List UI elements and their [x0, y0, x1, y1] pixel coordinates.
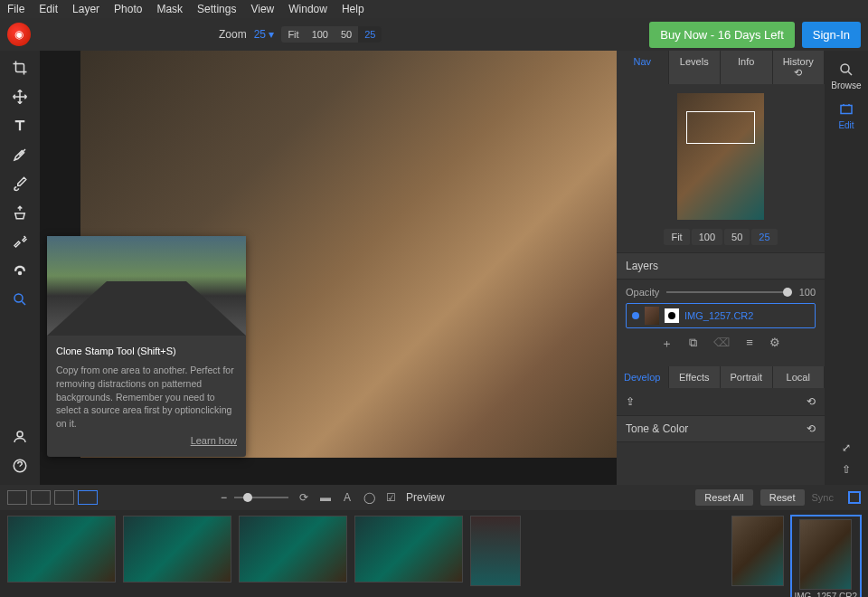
reset-all-button[interactable]: Reset All — [695, 489, 752, 506]
main-area: Clone Stamp Tool (Shift+S) Copy from one… — [0, 51, 868, 485]
sign-in-button[interactable]: Sign-In — [802, 22, 861, 48]
text-tool[interactable] — [7, 114, 33, 137]
zoom-25[interactable]: 25 — [358, 26, 382, 43]
tone-reset-icon[interactable]: ⟲ — [807, 422, 816, 435]
menu-help[interactable]: Help — [342, 3, 364, 15]
duplicate-layer-icon[interactable]: ⧉ — [689, 336, 697, 352]
tab-nav[interactable]: Nav — [617, 51, 669, 84]
rating-icon[interactable]: ▬ — [317, 490, 334, 505]
menu-settings[interactable]: Settings — [197, 3, 236, 15]
nav-zoom-25[interactable]: 25 — [751, 229, 777, 245]
view-grid-icon[interactable] — [54, 490, 74, 505]
right-panel-tabs: Nav Levels Info History ⟲ — [617, 51, 825, 84]
canvas[interactable]: Clone Stamp Tool (Shift+S) Copy from one… — [40, 51, 617, 485]
rotate-icon[interactable]: ⟳ — [296, 490, 312, 505]
layer-row[interactable]: IMG_1257.CR2 — [626, 303, 816, 328]
edit-mode[interactable]: Edit — [835, 98, 858, 134]
left-toolbar — [0, 51, 40, 485]
tab-develop[interactable]: Develop — [617, 366, 669, 388]
sync-indicator-icon[interactable] — [848, 491, 861, 504]
reset-button[interactable]: Reset — [760, 489, 805, 506]
label-a-icon[interactable]: A — [339, 490, 355, 505]
sync-button[interactable]: Sync — [812, 492, 834, 503]
tab-info[interactable]: Info — [721, 51, 773, 84]
tab-effects[interactable]: Effects — [669, 366, 722, 388]
tab-levels[interactable]: Levels — [669, 51, 722, 84]
move-tool[interactable] — [7, 85, 33, 109]
thumb-size-minus-icon[interactable]: − — [221, 491, 227, 504]
thumbnail-label: IMG_1257.CR2 — [795, 592, 857, 597]
view-compare-icon[interactable] — [31, 490, 51, 505]
svg-point-1 — [17, 431, 23, 437]
check-icon[interactable]: ☑ — [382, 490, 399, 505]
nav-zoom-100[interactable]: 100 — [692, 229, 722, 245]
menu-layer[interactable]: Layer — [72, 3, 99, 15]
zoom-value[interactable]: 25 ▾ — [254, 28, 275, 41]
thumbnail-4[interactable] — [354, 516, 463, 583]
tooltip-learn-link[interactable]: Learn how — [56, 434, 237, 448]
navigator-preview[interactable] — [617, 84, 825, 229]
tooltip-description: Copy from one area to another. Perfect f… — [56, 364, 237, 430]
zoom-50[interactable]: 50 — [335, 26, 358, 43]
circle-icon[interactable]: ◯ — [361, 490, 377, 505]
thumbnail-5[interactable] — [470, 516, 521, 586]
opacity-slider[interactable] — [666, 291, 791, 293]
merge-layers-icon[interactable]: ≡ — [746, 336, 753, 352]
layer-thumbnail — [645, 307, 659, 325]
zoom-100[interactable]: 100 — [306, 26, 335, 43]
tab-history[interactable]: History ⟲ — [773, 51, 826, 84]
preset-reset-icon[interactable]: ⟲ — [807, 395, 816, 408]
share-icon[interactable]: ⇧ — [842, 463, 851, 476]
menu-view[interactable]: View — [250, 3, 274, 15]
nav-zoom-fit[interactable]: Fit — [664, 229, 689, 245]
layer-mask-icon[interactable] — [665, 308, 679, 323]
preset-row: ⇪ ⟲ — [617, 388, 825, 415]
zoom-tool[interactable] — [7, 288, 33, 311]
menu-file[interactable]: File — [7, 3, 24, 15]
navigator-viewport-rect[interactable] — [686, 111, 755, 144]
thumbnail-7 — [799, 519, 852, 590]
crop-tool[interactable] — [7, 56, 33, 80]
user-icon[interactable] — [7, 425, 33, 449]
layer-visibility-dot[interactable] — [632, 312, 639, 319]
thumbnail-7-selected[interactable]: IMG_1257.CR2 — [791, 516, 861, 597]
buy-now-button[interactable]: Buy Now - 16 Days Left — [649, 22, 795, 48]
help-icon[interactable] — [7, 454, 33, 478]
menu-window[interactable]: Window — [288, 3, 327, 15]
zoom-fit[interactable]: Fit — [281, 26, 305, 43]
tool-tooltip: Clone Stamp Tool (Shift+S) Copy from one… — [47, 236, 246, 457]
delete-layer-icon[interactable]: ⌫ — [713, 336, 730, 352]
app-logo-icon: ◉ — [7, 23, 31, 46]
menu-mask[interactable]: Mask — [156, 3, 183, 15]
heal-tool[interactable] — [7, 230, 33, 253]
tab-local[interactable]: Local — [773, 366, 826, 388]
opacity-label: Opacity — [626, 287, 659, 298]
view-filmstrip-icon[interactable] — [78, 490, 98, 505]
preset-export-icon[interactable]: ⇪ — [626, 395, 635, 408]
far-right-sidebar: Browse Edit ⤢ ⇧ — [825, 51, 868, 485]
navigator-image — [677, 93, 764, 220]
tone-color-header[interactable]: Tone & Color⟲ — [617, 415, 825, 442]
browse-mode[interactable]: Browse — [827, 58, 864, 94]
thumbnail-3[interactable] — [239, 516, 347, 583]
view-single-icon[interactable] — [7, 490, 27, 505]
menu-photo[interactable]: Photo — [114, 3, 142, 15]
tab-portrait[interactable]: Portrait — [721, 366, 773, 388]
clone-stamp-tool[interactable] — [7, 201, 33, 224]
thumbnail-1[interactable] — [7, 516, 116, 583]
layer-settings-icon[interactable]: ⚙ — [769, 336, 780, 352]
thumbnail-6[interactable] — [731, 516, 784, 586]
expand-icon[interactable]: ⤢ — [842, 441, 851, 454]
add-layer-icon[interactable]: ＋ — [661, 336, 673, 352]
thumbnail-2[interactable] — [123, 516, 231, 583]
layers-header[interactable]: Layers — [617, 252, 825, 280]
thumb-size-slider[interactable] — [234, 497, 288, 498]
bottom-bar: − ⟳ ▬ A ◯ ☑ Preview Reset All Reset Sync — [0, 485, 868, 510]
menu-edit[interactable]: Edit — [39, 3, 58, 15]
brush-tool[interactable] — [7, 172, 33, 195]
filmstrip[interactable]: IMG_1257.CR2 — [0, 510, 868, 597]
preview-label[interactable]: Preview — [406, 491, 445, 504]
nav-zoom-50[interactable]: 50 — [724, 229, 750, 245]
red-eye-tool[interactable] — [7, 259, 33, 282]
color-picker-tool[interactable] — [7, 143, 33, 166]
